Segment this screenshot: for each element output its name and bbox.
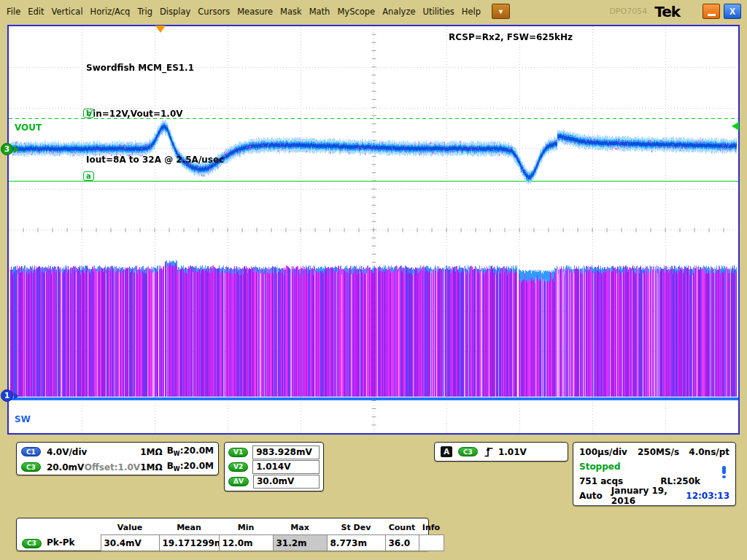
menu-horiz-acq[interactable]: Horiz/Acq [87,4,134,19]
dropdown-arrow-icon: ▼ [498,8,504,15]
acquisition-count: 751 acqs [579,476,623,486]
menu-help[interactable]: Help [458,4,484,19]
delta-v-value: 30.0mV [253,475,320,489]
minimize-icon [708,14,716,16]
timebase-value: 100µs/div [579,447,627,457]
sample-rate-value: 250MS/s [638,447,679,457]
v2-badge: V2 [228,462,248,472]
menu-file[interactable]: File [3,4,24,19]
menu-measure[interactable]: Measure [233,4,276,19]
cursor-v2-row: V2 1.014V [228,459,320,474]
menu-edit[interactable]: Edit [24,4,47,19]
trigger-level-value: 1.01V [498,447,527,457]
channel1-impedance: 1MΩ [140,447,163,457]
menu-dropdown-button[interactable]: ▼ [492,4,510,19]
meas-cell-mean: 19.171299m [159,535,219,551]
annotation-line2: Vin=12V,Vout=1.0V [86,106,224,122]
trigger-level-arrow[interactable] [732,122,739,131]
annotation-right: RCSP=Rx2, FSW=625kHz [449,30,573,45]
sw-trace-label: SW [15,414,31,424]
annotation-line3: Iout=8A to 32A @ 2.5A/usec [86,152,224,168]
meas-cell-max: 31.2m [273,535,327,551]
menu-mask[interactable]: Mask [276,4,306,19]
menu-myscope[interactable]: MyScope [333,4,379,19]
channel1-arrow-icon [14,392,19,400]
menu-vertical[interactable]: Vertical [48,4,87,19]
trigger-position-marker[interactable] [155,26,166,33]
channel3-reference-marker[interactable]: 3 [1,143,13,155]
minimize-button[interactable] [703,4,720,19]
meas-header-mean: Mean [159,520,219,535]
vout-trace-label: VOUT [15,122,42,133]
meas-cell-value: 30.4mV [101,535,159,551]
menu-analyze[interactable]: Analyze [379,4,419,19]
v1-badge: V1 [228,448,248,457]
tek-logo: Tek [654,3,680,20]
meas-source-cell: C3Pk-Pk [19,535,101,551]
delta-v-badge: ΔV [228,477,249,486]
annotation-line1: Swordfish MCM_ES1.1 [86,61,224,76]
close-icon: X [729,7,735,17]
record-length: RL:250k [660,476,700,486]
meas-cell-st-dev: 8.773m [327,535,385,551]
meas-name: Pk-Pk [47,537,75,548]
annotation-left: Swordfish MCM_ES1.1 Vin=12V,Vout=1.0V Io… [86,30,224,198]
measurement-table-box[interactable]: ValueMeanMinMaxSt DevCountInfo C3Pk-Pk30… [16,518,429,551]
channel1-badge: C1 [21,447,41,456]
channel3-bandwidth: BW:20.0M [167,461,214,472]
close-button[interactable]: X [724,4,741,19]
meas-channel-badge: C3 [22,539,42,548]
resolution-value: 4.0ns/pt [689,447,729,457]
model-watermark: DPO7054 [609,7,647,16]
meas-header-value: Value [101,520,159,535]
acquisition-status: Stopped [579,462,621,472]
datetime-row: Auto January 19, 2016 12:03:13 [579,489,729,503]
channel3-badge: C3 [21,462,41,472]
meas-header-min: Min [219,520,273,535]
channel3-offset: Offset:1.0V [85,462,140,472]
cursor-v1-row: V1 983.928mV [228,445,320,459]
meas-header-max: Max [273,520,327,535]
waveform-display: Swordfish MCM_ES1.1 Vin=12V,Vout=1.0V Io… [7,25,740,435]
acquisition-readout-box[interactable]: 100µs/div 250MS/s 4.0ns/pt Stopped 751 a… [573,442,736,506]
menu-trig[interactable]: Trig [133,4,156,19]
measurement-table: ValueMeanMinMaxSt DevCountInfo C3Pk-Pk30… [19,520,444,551]
cursor-b-handle[interactable]: b [83,109,94,118]
menu-cursors[interactable]: Cursors [194,4,233,19]
meas-cell-info [419,535,444,551]
status-row: Stopped [579,460,729,474]
date-label: January 19, 2016 [611,486,686,506]
meas-header-info: Info [419,520,444,535]
cursor-a-handle[interactable]: a [83,171,94,181]
channel3-arrow-icon [14,146,19,153]
meas-header-count: Count [385,520,419,535]
v2-value: 1.014V [252,460,320,474]
trigger-mode-badge: A [441,446,452,457]
trigger-readout-box[interactable]: A C3 1.01V [434,442,568,462]
meas-cell-min: 12.0m [219,535,273,551]
meas-header-blank [19,520,101,535]
menu-math[interactable]: Math [306,4,334,19]
timebase-row: 100µs/div 250MS/s 4.0ns/pt [579,446,729,459]
menu-utilities[interactable]: Utilities [419,4,458,19]
rising-edge-icon [484,446,494,458]
acquisition-indicator-icon [721,466,727,479]
meas-header-st-dev: St Dev [327,520,385,535]
channel1-reference-marker[interactable]: 1 [1,389,13,402]
trigger-mode-label: Auto [579,491,603,501]
menu-display[interactable]: Display [156,4,194,19]
channel-readout-box[interactable]: C1 4.0V/div 1MΩ BW:20.0M C3 20.0mV Offse… [16,442,219,475]
channel3-readout-row: C3 20.0mV Offset:1.0V 1MΩ BW:20.0M [21,459,214,475]
cursor-delta-row: ΔV 30.0mV [228,474,320,489]
channel1-bandwidth: BW:20.0M [167,446,214,457]
menu-items: FileEditVerticalHoriz/AcqTrigDisplayCurs… [3,4,484,19]
v1-value: 983.928mV [252,446,320,459]
channel1-scale: 4.0V/div [47,447,140,457]
cursor-readout-box[interactable]: V1 983.928mV V2 1.014V ΔV 30.0mV [224,442,324,491]
time-label: 12:03:13 [686,491,729,501]
channel3-scale: 20.0mV [47,462,85,472]
menu-bar: FileEditVerticalHoriz/AcqTrigDisplayCurs… [0,0,747,23]
channel3-impedance: 1MΩ [140,462,163,472]
trigger-source-badge: C3 [458,447,478,456]
meas-cell-count: 36.0 [385,535,419,551]
